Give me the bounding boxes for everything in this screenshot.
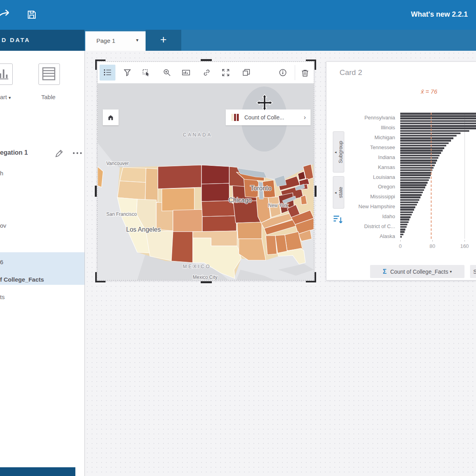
bar-plot-area[interactable] bbox=[400, 113, 476, 239]
state-montana[interactable] bbox=[158, 165, 202, 189]
state-oregon[interactable] bbox=[117, 181, 146, 200]
save-icon[interactable] bbox=[27, 10, 36, 19]
bar-12[interactable] bbox=[400, 142, 449, 144]
state-wyoming[interactable] bbox=[162, 188, 194, 211]
pencil-icon[interactable] bbox=[55, 149, 63, 158]
filter-button[interactable] bbox=[119, 65, 135, 81]
sort-icon[interactable] bbox=[333, 214, 343, 225]
bar-10[interactable] bbox=[400, 137, 453, 139]
bar-15[interactable] bbox=[400, 150, 443, 152]
info-button[interactable] bbox=[275, 65, 291, 81]
bar-23[interactable] bbox=[400, 169, 432, 171]
selection-handle[interactable] bbox=[306, 272, 316, 282]
share-arrow-icon[interactable] bbox=[0, 9, 14, 21]
state-arkansas[interactable] bbox=[237, 222, 262, 239]
bar-18[interactable] bbox=[400, 157, 438, 159]
bar-29[interactable] bbox=[400, 184, 426, 186]
state-colorado[interactable] bbox=[173, 209, 202, 232]
link-button[interactable] bbox=[199, 65, 215, 81]
bar-49[interactable] bbox=[400, 234, 403, 236]
bar-1[interactable] bbox=[400, 115, 476, 117]
bar-27[interactable] bbox=[400, 179, 429, 181]
bar-13[interactable] bbox=[400, 145, 446, 147]
bar-9[interactable] bbox=[400, 135, 457, 137]
selection-handle[interactable] bbox=[315, 186, 317, 197]
add-page-button[interactable]: + bbox=[146, 30, 181, 51]
bar-25[interactable] bbox=[400, 174, 431, 176]
bar-48[interactable] bbox=[400, 231, 405, 233]
bar-5[interactable] bbox=[400, 125, 476, 127]
bar-36[interactable] bbox=[400, 202, 418, 203]
bar-44[interactable] bbox=[400, 221, 409, 223]
state-axis-tab[interactable]: ▸ state bbox=[333, 176, 344, 209]
bar-41[interactable] bbox=[400, 214, 412, 216]
bar-24[interactable] bbox=[400, 172, 432, 174]
state-north-dakota[interactable] bbox=[202, 165, 229, 184]
bar-37[interactable] bbox=[400, 204, 417, 206]
field-item[interactable]: ov bbox=[0, 222, 6, 229]
bar-38[interactable] bbox=[400, 206, 415, 208]
bar-6[interactable] bbox=[400, 127, 476, 129]
bar-32[interactable] bbox=[400, 192, 423, 194]
state-washington[interactable] bbox=[120, 167, 146, 182]
table-tool-button[interactable] bbox=[38, 63, 60, 85]
map-view[interactable]: CANADA MEXICO Vancouver Toronto Chicago … bbox=[98, 83, 314, 280]
bar-7[interactable] bbox=[400, 130, 469, 132]
bar-19[interactable] bbox=[400, 159, 437, 161]
state-mississippi[interactable] bbox=[266, 236, 277, 255]
whats-new-link[interactable]: What's new 2.2.1 bbox=[411, 10, 468, 19]
bar-22[interactable] bbox=[400, 167, 434, 169]
bar-35[interactable] bbox=[400, 199, 419, 201]
more-options-icon[interactable] bbox=[72, 152, 83, 155]
bar-39[interactable] bbox=[400, 209, 414, 211]
bar-11[interactable] bbox=[400, 140, 451, 142]
bar-31[interactable] bbox=[400, 189, 424, 191]
statistics-button[interactable] bbox=[178, 65, 194, 81]
layer-legend-chip[interactable]: Count of Colle... › bbox=[226, 109, 311, 125]
bar-21[interactable] bbox=[400, 165, 435, 167]
selection-handle[interactable] bbox=[201, 281, 212, 283]
tab-page-1[interactable]: Page 1 ▾ bbox=[85, 31, 146, 51]
statistic-field-button[interactable]: Σ Count of College_Facts ▾ bbox=[370, 265, 464, 278]
state-south-dakota[interactable] bbox=[202, 183, 229, 202]
state-idaho[interactable] bbox=[145, 168, 158, 202]
bar-47[interactable] bbox=[400, 228, 405, 230]
field-item-selected[interactable]: 6 f College_Facts bbox=[0, 252, 84, 285]
bar-34[interactable] bbox=[400, 196, 420, 198]
chart-card[interactable]: Card 2 x̄ = 76 PennsylvaniaIllinoisMichi… bbox=[326, 61, 476, 280]
bar-4[interactable] bbox=[400, 123, 476, 125]
bar-16[interactable] bbox=[400, 152, 441, 154]
selection-handle[interactable] bbox=[201, 59, 212, 61]
selection-handle[interactable] bbox=[306, 60, 316, 70]
subgroup-axis-tab[interactable]: ▸ Subgroup bbox=[333, 131, 344, 173]
chevron-right-icon[interactable]: › bbox=[304, 114, 306, 121]
bar-33[interactable] bbox=[400, 194, 422, 196]
add-data-band[interactable]: D DATA bbox=[0, 30, 84, 51]
flip-card-button[interactable] bbox=[238, 65, 254, 81]
bar-42[interactable] bbox=[400, 216, 411, 218]
home-extent-button[interactable] bbox=[103, 109, 119, 125]
bar-43[interactable] bbox=[400, 219, 409, 221]
bar-30[interactable] bbox=[400, 186, 425, 188]
selection-handle[interactable] bbox=[95, 60, 106, 70]
state-arizona[interactable] bbox=[146, 231, 173, 261]
field-item[interactable]: h bbox=[0, 170, 3, 177]
bar-40[interactable] bbox=[400, 211, 413, 213]
bar-3[interactable] bbox=[400, 120, 476, 122]
chart-tool-button[interactable] bbox=[0, 63, 13, 85]
selection-handle[interactable] bbox=[95, 186, 97, 197]
bar-28[interactable] bbox=[400, 182, 428, 184]
state-kansas[interactable] bbox=[202, 216, 236, 232]
zoom-button[interactable] bbox=[159, 65, 175, 81]
selection-handle[interactable] bbox=[95, 272, 106, 282]
state-new-mexico[interactable] bbox=[171, 232, 193, 263]
bar-50[interactable] bbox=[400, 236, 402, 238]
bar-45[interactable] bbox=[400, 224, 407, 226]
bar-17[interactable] bbox=[400, 155, 440, 157]
maximize-button[interactable] bbox=[218, 65, 234, 81]
bar-2[interactable] bbox=[400, 117, 476, 119]
bar-0[interactable] bbox=[400, 113, 476, 115]
bar-8[interactable] bbox=[400, 132, 461, 134]
bar-14[interactable] bbox=[400, 147, 444, 149]
map-card[interactable]: CANADA MEXICO Vancouver Toronto Chicago … bbox=[97, 61, 314, 280]
